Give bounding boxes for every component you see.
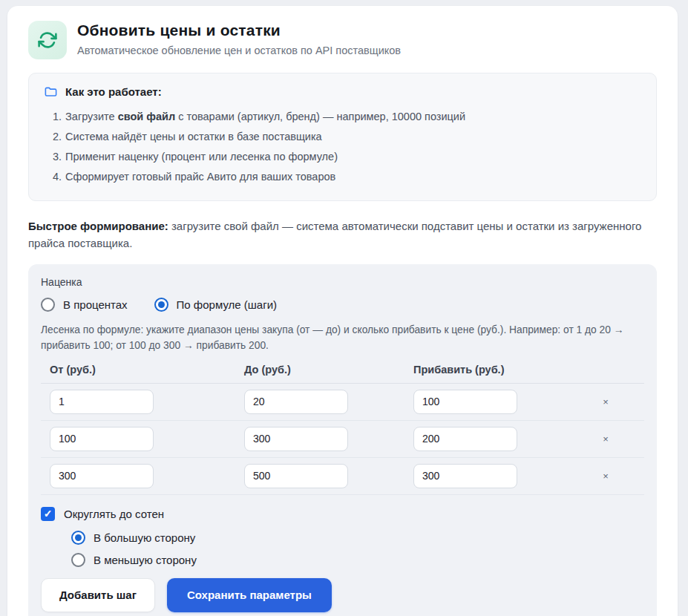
to-input[interactable] <box>244 427 348 451</box>
page-subtitle: Автоматическое обновление цен и остатков… <box>77 45 401 56</box>
radio-percent-control[interactable] <box>41 298 55 312</box>
column-header-from: От (руб.) <box>50 364 244 376</box>
radio-round-down[interactable]: В меньшую сторону <box>71 553 644 567</box>
round-hundreds-label: Округлять до сотен <box>64 508 164 520</box>
markup-type-radios: В процентах По формуле (шаги) <box>41 298 644 312</box>
add-input[interactable] <box>413 427 517 451</box>
how-it-works-box: Как это работает: 1. Загрузите свой файл… <box>28 73 657 201</box>
radio-formula-control[interactable] <box>154 298 168 312</box>
sync-icon <box>28 21 67 59</box>
table-row: × <box>41 421 644 458</box>
round-hundreds-checkbox-row[interactable]: ✓ Округлять до сотен <box>41 507 644 521</box>
radio-round-up[interactable]: В большую сторону <box>71 531 644 545</box>
radio-formula-label: По формуле (шаги) <box>177 298 277 311</box>
remove-step-button[interactable]: × <box>598 431 613 447</box>
list-item: 1. Загрузите свой файл с товарами (артик… <box>53 106 641 126</box>
save-params-button[interactable]: Сохранить параметры <box>167 578 332 612</box>
table-row: × <box>41 458 644 495</box>
radio-round-down-label: В меньшую сторону <box>94 554 197 566</box>
header-text: Обновить цены и остатки Автоматическое о… <box>77 21 401 56</box>
panel-buttons: Добавить шаг Сохранить параметры <box>41 578 644 616</box>
folder-icon <box>44 85 58 99</box>
to-input[interactable] <box>244 464 348 488</box>
markup-label: Наценка <box>41 276 644 288</box>
table-header-row: От (руб.) До (руб.) Прибавить (руб.) <box>41 364 644 384</box>
quick-note: Быстрое формирование: загрузите свой фай… <box>28 217 657 252</box>
add-input[interactable] <box>413 464 517 488</box>
update-prices-card: Обновить цены и остатки Автоматическое о… <box>7 6 678 616</box>
from-input[interactable] <box>50 427 154 451</box>
from-input[interactable] <box>50 464 154 488</box>
list-item: 2. Система найдёт цены и остатки в базе … <box>53 126 641 146</box>
how-it-works-steps: 1. Загрузите свой файл с товарами (артик… <box>53 106 641 187</box>
column-header-add: Прибавить (руб.) <box>413 364 576 376</box>
how-it-works-title: Как это работает: <box>65 85 162 98</box>
add-input[interactable] <box>413 390 517 414</box>
to-input[interactable] <box>244 390 348 414</box>
radio-round-up-label: В большую сторону <box>94 531 195 544</box>
radio-formula[interactable]: По формуле (шаги) <box>154 298 277 312</box>
formula-hint: Лесенка по формуле: укажите диапазон цен… <box>41 322 644 354</box>
radio-round-up-control[interactable] <box>71 531 85 545</box>
price-steps-table: От (руб.) До (руб.) Прибавить (руб.) × × <box>41 364 644 495</box>
page-title: Обновить цены и остатки <box>77 22 401 39</box>
radio-percent[interactable]: В процентах <box>41 298 128 312</box>
list-item: 4. Сформирует готовый прайс Авито для ва… <box>53 166 641 186</box>
page-header: Обновить цены и остатки Автоматическое о… <box>28 21 657 59</box>
round-direction-radios: В большую сторону В меньшую сторону <box>71 531 644 567</box>
check-icon: ✓ <box>44 508 53 520</box>
radio-percent-label: В процентах <box>63 298 128 311</box>
from-input[interactable] <box>50 390 154 414</box>
column-header-to: До (руб.) <box>244 364 413 376</box>
list-item: 3. Применит наценку (процент или лесенка… <box>53 146 641 166</box>
round-hundreds-checkbox[interactable]: ✓ <box>41 507 55 521</box>
radio-round-down-control[interactable] <box>71 553 85 567</box>
table-row: × <box>41 384 644 421</box>
markup-panel: Наценка В процентах По формуле (шаги) Ле… <box>28 264 657 616</box>
how-it-works-header: Как это работает: <box>44 85 641 99</box>
remove-step-button[interactable]: × <box>598 394 613 410</box>
remove-step-button[interactable]: × <box>598 468 613 484</box>
add-step-button[interactable]: Добавить шаг <box>41 578 155 612</box>
